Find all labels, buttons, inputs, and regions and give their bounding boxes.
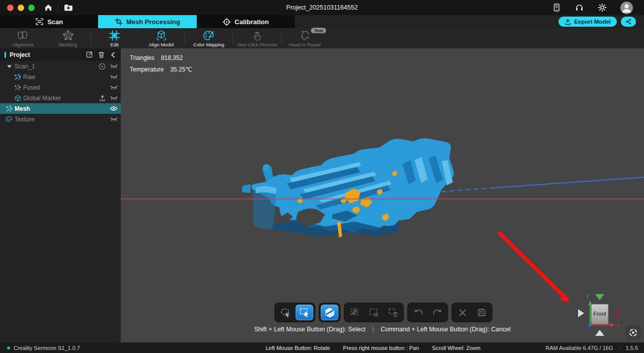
tool-alignment[interactable]: Alignment: [0, 28, 45, 48]
rect-select-icon: [299, 307, 310, 318]
tree-item-label: Fused: [23, 84, 40, 91]
triangles-value: 818,352: [161, 54, 183, 61]
gizmo-rotate-down-button: [595, 330, 604, 336]
close-window-button[interactable]: [7, 5, 14, 11]
one-click-process-icon: [252, 30, 263, 41]
app-window: { "titlebar": { "title": "Project_202510…: [0, 0, 644, 353]
temperature-label: Temperature: [130, 66, 164, 73]
tab-strip: Scan Mesh Processing Calibration Export …: [0, 15, 644, 28]
mesh-cloud-icon: [5, 105, 13, 112]
export-project-icon[interactable]: [86, 51, 93, 58]
test-badge: Test: [311, 28, 326, 33]
redo-button[interactable]: [429, 305, 446, 320]
tool-align-model[interactable]: Align Model: [138, 28, 185, 48]
device-manager-icon[interactable]: [552, 3, 561, 12]
temperature-value: 35.25℃: [170, 66, 192, 73]
project-panel-header: Project: [0, 48, 121, 61]
support-headset-icon[interactable]: [575, 3, 584, 12]
tree-item-label: Global Marker: [23, 95, 61, 102]
tab-calibration[interactable]: Calibration: [197, 15, 295, 28]
eye-closed-icon[interactable]: [110, 117, 118, 122]
tool-label: Head AI Repair: [289, 42, 321, 47]
axis-line-blue: [494, 177, 644, 188]
deselect-icon: [368, 307, 379, 318]
gizmo-face-label: Front: [593, 311, 606, 317]
save-floppy-icon: [477, 308, 487, 317]
lasso-select-button[interactable]: [277, 305, 294, 320]
selection-hints: Shift + Left Mouse Button (Drag): Select…: [121, 326, 644, 333]
project-folder-icon[interactable]: [63, 3, 73, 12]
tree-item-label: Mesh: [15, 105, 30, 112]
select-visible-button[interactable]: [321, 305, 339, 320]
tool-one-click-process[interactable]: One-Click Process: [233, 28, 281, 48]
tree-item-mesh[interactable]: Mesh: [0, 103, 121, 114]
firmware-version-label: 1.5.5: [626, 345, 638, 351]
calibration-target-icon: [222, 18, 231, 26]
export-model-label: Export Model: [574, 19, 611, 25]
tab-label: Scan: [47, 18, 63, 26]
gizmo-y-label: Y: [586, 294, 589, 299]
eye-closed-icon[interactable]: [110, 75, 118, 80]
home-icon[interactable]: [44, 3, 53, 12]
tool-label: Color Mapping: [193, 42, 224, 47]
status-hint-rotate: Left Mouse Button: Rotate: [266, 345, 330, 351]
cancel-button[interactable]: [454, 305, 471, 320]
tool-color-mapping[interactable]: Color Mapping: [185, 28, 232, 48]
window-controls: [7, 5, 35, 11]
statusbar-divider: [619, 345, 620, 350]
share-icon: [625, 19, 631, 25]
eye-closed-icon[interactable]: [110, 85, 118, 90]
eye-open-icon[interactable]: [110, 106, 118, 111]
alignment-icon: [17, 30, 29, 41]
tab-label: Mesh Processing: [126, 18, 180, 26]
hint-cancel: Command + Left Mouse Button (Drag): Canc…: [381, 326, 511, 333]
tool-edit[interactable]: Edit: [91, 28, 138, 48]
eye-closed-icon[interactable]: [110, 64, 118, 69]
export-icon: [565, 19, 571, 25]
tree-item-raw[interactable]: Raw: [0, 72, 121, 82]
upload-icon[interactable]: [99, 95, 106, 101]
play-circle-icon[interactable]: [99, 63, 106, 70]
save-button[interactable]: [473, 305, 491, 320]
head-ai-repair-icon: AI: [299, 30, 311, 41]
collapse-panel-icon[interactable]: [110, 51, 116, 58]
delete-selection-button[interactable]: [384, 305, 402, 320]
settings-gear-icon[interactable]: [598, 3, 607, 12]
tool-label: One-Click Process: [237, 42, 277, 47]
titlebar: Project_20251031164552: [0, 0, 644, 15]
hint-select: Shift + Left Mouse Button (Drag): Select: [254, 326, 365, 333]
caret-down-icon[interactable]: [5, 65, 13, 68]
texture-palette-icon: [5, 116, 13, 122]
tab-mesh-processing[interactable]: Mesh Processing: [98, 15, 196, 28]
tool-head-ai-repair[interactable]: Test AI Head AI Repair: [282, 28, 328, 48]
maximize-window-button[interactable]: [28, 5, 35, 11]
share-button[interactable]: [621, 17, 636, 27]
titlebar-divider: [58, 4, 58, 11]
tree-item-fused[interactable]: Fused: [0, 82, 121, 93]
select-through-cube-icon: [324, 307, 335, 318]
annotation-arrow-red: [500, 233, 570, 303]
redo-icon: [432, 308, 443, 318]
hint-divider: |: [372, 326, 374, 333]
user-avatar[interactable]: [620, 2, 633, 14]
tree-item-scan-1[interactable]: Scan_1: [0, 61, 121, 72]
gizmo-rotate-left-button: [578, 309, 584, 317]
orbit-view-button[interactable]: [625, 325, 641, 340]
delete-selection-icon: [387, 307, 398, 318]
rect-select-button[interactable]: [296, 305, 313, 320]
invert-selection-button[interactable]: [346, 305, 364, 320]
tree-item-label: Raw: [23, 74, 35, 81]
tab-scan[interactable]: Scan: [0, 15, 98, 28]
fused-cloud-icon: [14, 84, 22, 91]
tree-item-texture[interactable]: Texture: [0, 114, 121, 124]
eye-closed-icon[interactable]: [110, 96, 118, 101]
undo-button[interactable]: [410, 305, 427, 320]
deselect-button[interactable]: [365, 305, 383, 320]
undo-icon: [413, 308, 424, 318]
tree-item-global-marker[interactable]: Global Marker: [0, 93, 121, 103]
minimize-window-button[interactable]: [18, 5, 24, 11]
viewport-3d[interactable]: Triangles 818,352 Temperature 35.25℃: [121, 48, 644, 342]
tool-meshing[interactable]: Meshing: [45, 28, 91, 48]
delete-project-icon[interactable]: [98, 51, 105, 58]
export-model-button[interactable]: Export Model: [558, 17, 617, 27]
